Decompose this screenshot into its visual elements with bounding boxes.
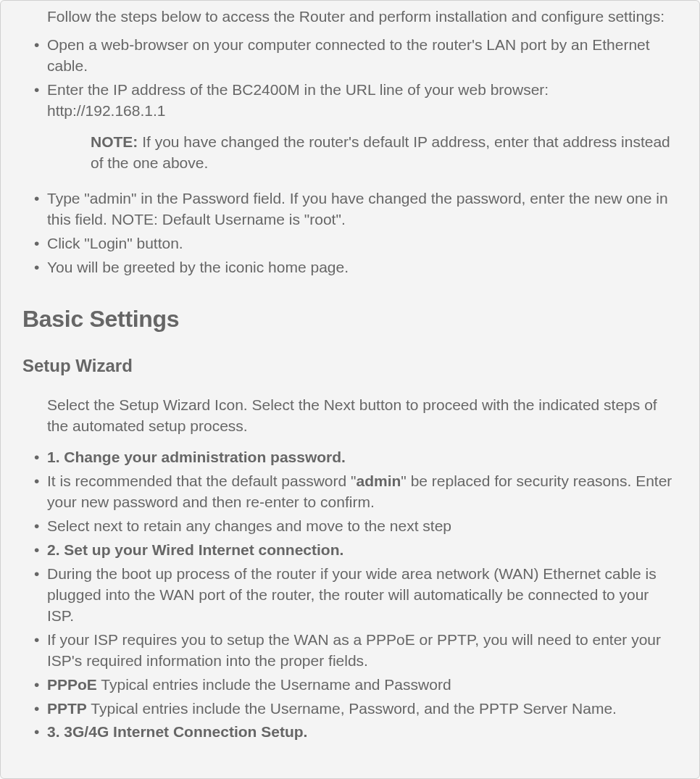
wizard-step-heading: 1. Change your administration password. [47, 449, 346, 465]
note-text: If you have changed the router's default… [91, 133, 670, 171]
steps-list-1: Open a web-browser on your computer conn… [22, 35, 678, 122]
step-text: Open a web-browser on your computer conn… [47, 36, 650, 74]
wizard-text: Select next to retain any changes and mo… [47, 517, 451, 534]
wizard-bold: admin [357, 472, 401, 489]
document-page: Follow the steps below to access the Rou… [0, 0, 700, 779]
wizard-item: 3. 3G/4G Internet Connection Setup. [47, 722, 678, 743]
wizard-list: 1. Change your administration password. … [22, 447, 678, 743]
wizard-item: Select next to retain any changes and mo… [47, 516, 678, 537]
step-text: Enter the IP address of the BC2400M in t… [47, 81, 549, 98]
step-item: Click "Login" button. [47, 233, 678, 254]
wizard-item: 1. Change your administration password. [47, 447, 678, 468]
wizard-bold: PPPoE [47, 676, 97, 693]
wizard-text: It is recommended that the default passw… [47, 472, 357, 489]
note-label: NOTE: [91, 133, 138, 150]
wizard-item: If your ISP requires you to setup the WA… [47, 630, 678, 672]
wizard-intro-block: Select the Setup Wizard Icon. Select the… [22, 395, 678, 437]
wizard-step-heading: 3. 3G/4G Internet Connection Setup. [47, 723, 307, 740]
step-item: Open a web-browser on your computer conn… [47, 35, 678, 77]
wizard-intro-text: Select the Setup Wizard Icon. Select the… [47, 395, 678, 437]
step-text: Click "Login" button. [47, 235, 183, 251]
steps-list-2: Type "admin" in the Password field. If y… [22, 188, 678, 278]
step-item: Type "admin" in the Password field. If y… [47, 188, 678, 230]
wizard-item: PPPoE Typical entries include the Userna… [47, 675, 678, 696]
wizard-step-heading: 2. Set up your Wired Internet connection… [47, 541, 343, 558]
section-title: Basic Settings [22, 303, 678, 335]
wizard-item: 2. Set up your Wired Internet connection… [47, 540, 678, 561]
wizard-item: PPTP Typical entries include the Usernam… [47, 699, 678, 720]
wizard-text: During the boot up process of the router… [47, 565, 657, 624]
step-item: You will be greeted by the iconic home p… [47, 257, 678, 278]
step-text: Type "admin" in the Password field. If y… [47, 190, 668, 228]
wizard-text: If your ISP requires you to setup the WA… [47, 631, 661, 669]
wizard-bold: PPTP [47, 700, 87, 717]
step-text: You will be greeted by the iconic home p… [47, 259, 349, 275]
step-item: Enter the IP address of the BC2400M in t… [47, 80, 678, 122]
wizard-item: During the boot up process of the router… [47, 564, 678, 627]
step-url: http://192.168.1.1 [47, 102, 165, 119]
intro-block: Follow the steps below to access the Rou… [22, 7, 678, 28]
subsection-title: Setup Wizard [22, 354, 678, 378]
wizard-text: Typical entries include the Username and… [97, 676, 451, 693]
wizard-text: Typical entries include the Username, Pa… [87, 700, 617, 717]
note-block: NOTE: If you have changed the router's d… [22, 132, 678, 174]
intro-text: Follow the steps below to access the Rou… [47, 7, 678, 28]
wizard-item: It is recommended that the default passw… [47, 471, 678, 513]
